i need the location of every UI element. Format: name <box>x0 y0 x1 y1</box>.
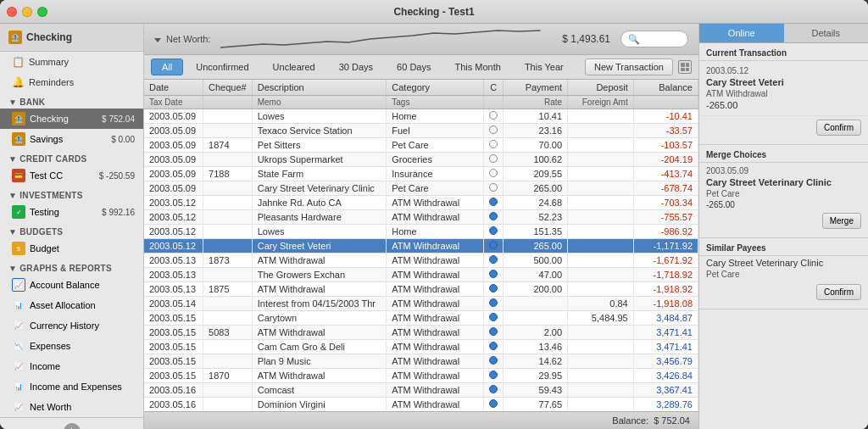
txn-date: 2003.05.09 <box>144 124 203 138</box>
table-row[interactable]: 2003.05.13 1873 ATM Withdrawal ATM Withd… <box>144 254 698 268</box>
txn-balance: 3,367.41 <box>633 383 698 398</box>
transactions-table[interactable]: Date Cheque# Description Category C Paym… <box>144 80 698 411</box>
merge-button[interactable]: Merge <box>822 213 861 229</box>
maximize-button[interactable] <box>37 7 47 17</box>
txn-cleared <box>484 268 504 282</box>
txn-desc: Comcast <box>252 383 387 398</box>
merge-txn-cat: Pet Care <box>699 189 868 200</box>
account-balance-icon: 📈 <box>12 278 25 292</box>
table-row[interactable]: 2003.05.09 Texaco Service Station Fuel 2… <box>144 124 698 138</box>
table-row[interactable]: 2003.05.15 Plan 9 Music ATM Withdrawal 1… <box>144 354 698 369</box>
net-worth-icon: 📈 <box>12 400 25 414</box>
txn-cheque <box>203 311 253 326</box>
testcc-name: Test CC <box>30 170 99 181</box>
tab-all[interactable]: All <box>151 58 183 75</box>
right-tab-details[interactable]: Details <box>784 24 869 42</box>
txn-balance: -103.57 <box>633 138 698 153</box>
sidebar-item-net-worth[interactable]: 📈 Net Worth <box>0 397 143 417</box>
txn-deposit <box>568 153 634 167</box>
current-transaction-section: Current Transaction 2003.05.12 Cary Stre… <box>699 43 868 145</box>
txn-date: 2003.05.09 <box>144 181 203 196</box>
txn-cat: ATM Withdrawal <box>387 239 484 254</box>
txn-balance: -1,671.92 <box>633 254 698 268</box>
sidebar-item-reminders[interactable]: 🔔 Reminders <box>0 72 143 92</box>
txn-deposit <box>568 254 634 268</box>
sidebar-item-asset-allocation[interactable]: 📊 Asset Allocation <box>0 295 143 315</box>
summary-icon: 📋 <box>12 56 24 68</box>
table-row[interactable]: 2003.05.15 1870 ATM Withdrawal ATM Withd… <box>144 369 698 383</box>
tab-thisyear[interactable]: This Year <box>514 58 575 75</box>
table-row[interactable]: 2003.05.12 Lowes Home 151.35 -986.92 <box>144 225 698 239</box>
table-row[interactable]: 2003.05.09 1874 Pet Sitters Pet Care 70.… <box>144 138 698 153</box>
table-row[interactable]: 2003.05.16 Dominion Virgini ATM Withdraw… <box>144 398 698 412</box>
txn-desc: Cary Street Veteri <box>252 239 387 254</box>
similar-payee-name: Cary Street Veterinary Clinic <box>699 256 868 270</box>
sidebar-item-expenses[interactable]: 📉 Expenses <box>0 336 143 356</box>
sidebar-item-income[interactable]: 📈 Income <box>0 356 143 376</box>
txn-deposit <box>568 225 634 239</box>
income-icon: 📈 <box>12 359 25 373</box>
txn-date: 2003.05.12 <box>144 239 203 254</box>
sidebar-item-testing[interactable]: ✓ Testing $ 992.16 <box>0 202 143 222</box>
table-row[interactable]: 2003.05.09 Cary Street Veterinary Clinic… <box>144 181 698 196</box>
txn-cat: ATM Withdrawal <box>387 282 484 297</box>
close-button[interactable] <box>7 7 17 17</box>
table-row[interactable]: 2003.05.09 Ukrops Supermarket Groceries … <box>144 153 698 167</box>
new-transaction-button[interactable]: New Transaction <box>585 58 673 75</box>
tab-thismonth[interactable]: This Month <box>443 58 511 75</box>
sidebar-item-summary[interactable]: 📋 Summary <box>0 52 143 72</box>
networth-label: Net Worth: <box>154 34 210 44</box>
testing-balance: $ 992.16 <box>102 208 135 217</box>
txn-deposit <box>568 181 634 196</box>
sidebar-item-currency-history[interactable]: 📈 Currency History <box>0 315 143 336</box>
minimize-button[interactable] <box>22 7 32 17</box>
table-row[interactable]: 2003.05.12 Jahnke Rd. Auto CA ATM Withdr… <box>144 196 698 210</box>
txn-cat: ATM Withdrawal <box>387 326 484 340</box>
sidebar-item-budget[interactable]: $ Budget <box>0 238 143 259</box>
table-row[interactable]: 2003.05.09 7188 State Farm Insurance 209… <box>144 167 698 181</box>
txn-cheque <box>203 297 253 311</box>
right-tab-online[interactable]: Online <box>699 24 784 42</box>
txn-payment: 70.00 <box>504 138 568 153</box>
tab-60days[interactable]: 60 Days <box>386 58 442 75</box>
current-transaction-confirm-button[interactable]: Confirm <box>816 120 861 136</box>
similar-payees-confirm-button[interactable]: Confirm <box>816 284 861 300</box>
asset-allocation-name: Asset Allocation <box>30 300 135 310</box>
sidebar-item-checking[interactable]: 🏦 Checking $ 752.04 <box>0 109 143 129</box>
tab-unconfirmed[interactable]: Unconfirmed <box>185 58 259 75</box>
table-row[interactable]: 2003.05.12 Cary Street Veteri ATM Withdr… <box>144 239 698 254</box>
table-row[interactable]: 2003.05.13 The Growers Exchan ATM Withdr… <box>144 268 698 282</box>
window-controls <box>7 7 47 17</box>
txn-payment: 47.00 <box>504 268 568 282</box>
txn-payment <box>504 297 568 311</box>
txn-balance: -986.92 <box>633 225 698 239</box>
bank-section-header: ▼ BANK <box>0 92 143 109</box>
current-transaction-title: Current Transaction <box>699 43 868 61</box>
txn-balance: -1,918.92 <box>633 282 698 297</box>
txn-payment: 77.65 <box>504 398 568 412</box>
table-row[interactable]: 2003.05.12 Pleasants Hardware ATM Withdr… <box>144 210 698 225</box>
table-row[interactable]: 2003.05.09 Lowes Home 10.41 -10.41 <box>144 109 698 124</box>
sidebar-item-income-expenses[interactable]: 📊 Income and Expenses <box>0 376 143 397</box>
add-account-button[interactable]: + <box>64 423 81 429</box>
txn-balance: -1,918.08 <box>633 297 698 311</box>
table-row[interactable]: 2003.05.14 Interest from 04/15/2003 Thr … <box>144 297 698 311</box>
table-row[interactable]: 2003.05.15 5083 ATM Withdrawal ATM Withd… <box>144 326 698 340</box>
txn-cheque <box>203 225 253 239</box>
income-expenses-icon: 📊 <box>12 380 25 393</box>
table-row[interactable]: 2003.05.15 Cam Cam Gro & Deli ATM Withdr… <box>144 340 698 354</box>
table-row[interactable]: 2003.05.15 Carytown ATM Withdrawal 5,484… <box>144 311 698 326</box>
table-row[interactable]: 2003.05.16 Comcast ATM Withdrawal 59.43 … <box>144 383 698 398</box>
tab-uncleared[interactable]: Uncleared <box>262 58 326 75</box>
tab-30days[interactable]: 30 Days <box>328 58 384 75</box>
txn-balance: -1,718.92 <box>633 268 698 282</box>
table-row[interactable]: 2003.05.13 1875 ATM Withdrawal ATM Withd… <box>144 282 698 297</box>
right-panel: Online Details Current Transaction 2003.… <box>698 24 868 429</box>
search-input[interactable] <box>620 31 688 47</box>
txn-deposit <box>568 138 634 153</box>
grid-view-button[interactable] <box>678 60 692 74</box>
sidebar-item-account-balance[interactable]: 📈 Account Balance <box>0 275 143 295</box>
sidebar-item-savings[interactable]: 🏦 Savings $ 0.00 <box>0 129 143 149</box>
sidebar-item-testcc[interactable]: 💳 Test CC $ -250.59 <box>0 165 143 186</box>
col-header-payment: Payment <box>504 80 568 96</box>
